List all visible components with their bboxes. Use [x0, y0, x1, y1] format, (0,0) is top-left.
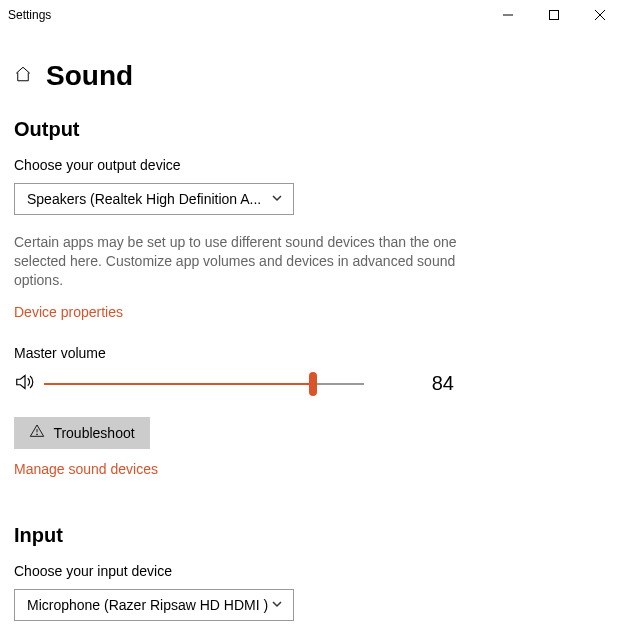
slider-thumb[interactable]	[309, 372, 317, 396]
home-icon[interactable]	[14, 65, 32, 87]
warning-icon	[29, 423, 45, 442]
troubleshoot-label: Troubleshoot	[53, 425, 134, 441]
header: Sound	[0, 30, 623, 104]
close-button[interactable]	[577, 0, 623, 30]
svg-rect-1	[550, 11, 559, 20]
master-volume-row: 84	[14, 371, 454, 397]
input-choose-label: Choose your input device	[14, 563, 609, 579]
manage-sound-link[interactable]: Manage sound devices	[14, 461, 158, 477]
chevron-down-icon	[271, 191, 283, 207]
slider-fill	[44, 383, 313, 385]
input-device-value: Microphone (Razer Ripsaw HD HDMI )	[27, 597, 268, 613]
content: Output Choose your output device Speaker…	[0, 104, 623, 621]
input-heading: Input	[14, 524, 609, 547]
output-device-value: Speakers (Realtek High Definition A...	[27, 191, 261, 207]
master-volume-slider[interactable]	[44, 372, 364, 396]
svg-point-5	[37, 434, 38, 435]
troubleshoot-button[interactable]: Troubleshoot	[14, 417, 150, 449]
chevron-down-icon	[271, 597, 283, 613]
master-volume-label: Master volume	[14, 345, 609, 361]
output-description: Certain apps may be set up to use differ…	[14, 233, 464, 290]
page-title: Sound	[46, 60, 133, 92]
output-heading: Output	[14, 118, 609, 141]
device-properties-link[interactable]: Device properties	[14, 304, 123, 320]
speaker-icon[interactable]	[14, 371, 36, 397]
master-volume-value: 84	[432, 372, 454, 395]
output-device-dropdown[interactable]: Speakers (Realtek High Definition A...	[14, 183, 294, 215]
titlebar: Settings	[0, 0, 623, 30]
window-title: Settings	[8, 8, 485, 22]
maximize-button[interactable]	[531, 0, 577, 30]
input-device-dropdown[interactable]: Microphone (Razer Ripsaw HD HDMI )	[14, 589, 294, 621]
output-choose-label: Choose your output device	[14, 157, 609, 173]
minimize-button[interactable]	[485, 0, 531, 30]
